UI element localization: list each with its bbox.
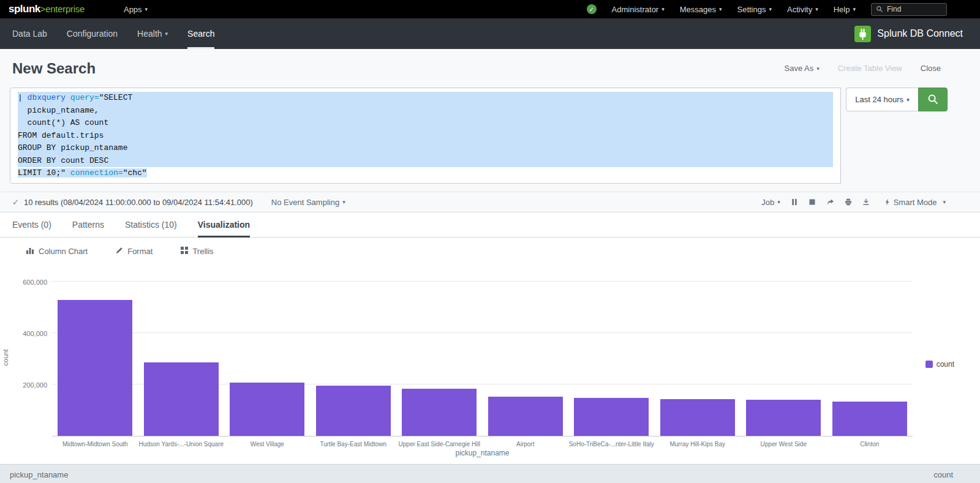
splunk-db-connect-app: splunk>enterprise Apps▾ ✓ Administrator▾… — [0, 0, 980, 483]
query-token: ORDER BY count DESC — [18, 156, 108, 165]
chart-bar-turtle-bay-east-midtown[interactable] — [316, 386, 391, 436]
splunk-logo[interactable]: splunk>enterprise — [9, 3, 85, 15]
smart-mode-menu[interactable]: Smart Mode▾ — [884, 198, 946, 207]
chart-bar-west-village[interactable] — [230, 383, 304, 436]
column-header-count[interactable]: count — [933, 470, 953, 483]
y-axis-title: count — [2, 350, 9, 366]
viz-trellis-button[interactable]: Trellis — [181, 247, 213, 256]
visualization-toolbar: Column ChartFormatTrellis — [0, 238, 980, 264]
bar-cell — [224, 383, 311, 436]
bar-cell — [396, 389, 483, 436]
results-bar: ✓ 10 results (08/04/2024 11:00:00.000 to… — [0, 192, 980, 212]
smart-mode-bolt-icon — [884, 198, 891, 206]
y-axis-title-wrap: count — [0, 279, 11, 436]
query-token: pickup_ntaname, — [18, 106, 99, 115]
chart-bar-midtown-midtown-south[interactable] — [58, 300, 132, 436]
menu-label: Help — [834, 5, 850, 14]
query-token: "SELECT — [99, 93, 133, 102]
job-menu-label: Job — [761, 198, 774, 207]
stop-button[interactable] — [809, 198, 816, 206]
bar-cell — [311, 386, 397, 436]
chart-bar-airport[interactable] — [488, 397, 563, 436]
menu-administrator[interactable]: Administrator▾ — [612, 5, 665, 14]
app-nav-bar: Data LabConfigurationHealth▾Search Splun… — [0, 18, 980, 49]
action-label: Close — [921, 64, 941, 73]
share-button[interactable] — [826, 198, 834, 206]
query-token: dbxquery — [28, 93, 66, 102]
viz-format-button[interactable]: Format — [116, 247, 153, 256]
chart-legend[interactable]: count — [925, 360, 954, 369]
viz-column-chart-button[interactable]: Column Chart — [26, 247, 88, 256]
bar-cell — [138, 362, 225, 436]
search-button[interactable] — [918, 88, 948, 111]
menu-label: Settings — [737, 5, 766, 14]
search-bar-row: | dbxquery query="SELECT pickup_ntaname,… — [0, 88, 980, 192]
job-menu[interactable]: Job▾ — [761, 198, 780, 207]
time-range-picker[interactable]: Last 24 hours▾ — [846, 88, 918, 111]
search-query-input[interactable]: | dbxquery query="SELECT pickup_ntaname,… — [10, 88, 841, 184]
db-connect-icon — [854, 26, 871, 42]
query-line: LIMIT 10;" connection="chc" — [18, 167, 833, 180]
menu-messages[interactable]: Messages▾ — [680, 5, 722, 14]
pause-icon — [791, 198, 798, 206]
bar-cell — [52, 300, 138, 436]
menu-label: Messages — [680, 5, 716, 14]
x-tick-label: West Village — [224, 438, 311, 447]
bar-cell — [655, 399, 741, 436]
nav-item-configuration[interactable]: Configuration — [67, 18, 118, 49]
query-token: query= — [70, 93, 99, 102]
query-token: LIMIT 10;" — [18, 168, 70, 178]
chevron-down-icon: ▾ — [907, 97, 910, 103]
chevron-down-icon: ▾ — [943, 199, 946, 205]
query-token: FROM default.trips — [18, 131, 104, 140]
health-check-icon[interactable]: ✓ — [587, 4, 597, 14]
chart-bars — [52, 279, 913, 436]
chart-bar-soho-tribeca-nter-little-italy[interactable] — [574, 398, 649, 436]
apps-menu-label: Apps — [124, 5, 142, 14]
smart-mode-label: Smart Mode — [894, 198, 937, 207]
query-token — [66, 93, 70, 102]
x-tick-label: Midtown-Midtown South — [52, 438, 138, 447]
action-save-as[interactable]: Save As▾ — [784, 64, 819, 73]
chart-bar-upper-east-side-carnegie-hill[interactable] — [402, 389, 477, 436]
app-title[interactable]: Splunk DB Connect — [854, 18, 963, 49]
query-token: GROUP BY pickup_ntaname — [18, 143, 127, 152]
chart-bar-murray-hill-kips-bay[interactable] — [660, 399, 735, 436]
chart-bar-hudson-yards-union-square[interactable] — [144, 362, 219, 436]
nav-item-health[interactable]: Health▾ — [137, 18, 168, 49]
chart-bar-clinton[interactable] — [832, 402, 907, 436]
tab-patterns[interactable]: Patterns — [72, 212, 104, 237]
find-search-box[interactable] — [871, 3, 947, 16]
nav-item-search[interactable]: Search — [187, 18, 214, 49]
event-sampling-menu[interactable]: No Event Sampling▾ — [271, 198, 345, 207]
column-header-pickup-ntaname[interactable]: pickup_ntaname — [10, 470, 68, 483]
x-tick-label: Turtle Bay-East Midtown — [311, 438, 397, 447]
pause-button[interactable] — [791, 198, 798, 206]
chevron-down-icon: ▾ — [777, 199, 780, 205]
menu-help[interactable]: Help▾ — [834, 5, 856, 14]
logo-text-enterprise: >enterprise — [40, 4, 85, 14]
chevron-down-icon: ▾ — [769, 6, 772, 12]
y-tick-label: 200,000 — [1, 381, 47, 389]
y-tick-label: 600,000 — [1, 279, 47, 286]
bar-cell — [827, 402, 913, 436]
tab-statistics-10[interactable]: Statistics (10) — [125, 212, 177, 237]
export-button[interactable] — [862, 198, 870, 206]
menu-activity[interactable]: Activity▾ — [787, 5, 818, 14]
query-token: count(*) AS count — [18, 118, 108, 127]
nav-item-data-lab[interactable]: Data Lab — [12, 18, 47, 49]
chart-bar-upper-west-side[interactable] — [746, 400, 821, 436]
bar-cell — [568, 398, 655, 436]
print-button[interactable] — [845, 198, 852, 206]
x-tick-label: Upper East Side-Carnegie Hill — [396, 438, 483, 447]
tab-visualization[interactable]: Visualization — [198, 212, 250, 237]
x-tick-label: Upper West Side — [741, 438, 827, 447]
query-line: count(*) AS count — [18, 117, 833, 130]
nav-item-label: Health — [137, 29, 162, 39]
action-label: Save As — [784, 64, 813, 73]
tab-events-0[interactable]: Events (0) — [12, 212, 51, 237]
find-input[interactable] — [887, 5, 941, 13]
apps-menu[interactable]: Apps▾ — [124, 5, 148, 14]
action-close[interactable]: Close — [921, 64, 941, 73]
menu-settings[interactable]: Settings▾ — [737, 5, 772, 14]
